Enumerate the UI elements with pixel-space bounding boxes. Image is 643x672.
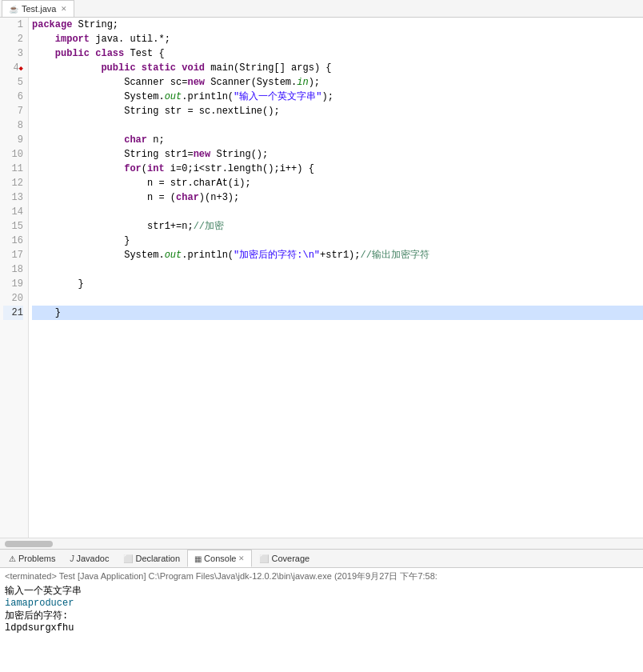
code-line-9: char n;: [32, 133, 643, 147]
line-num-18: 18: [3, 262, 23, 277]
code-line-12: n = str.charAt(i);: [32, 176, 643, 190]
code-line-6: System.out.println("输入一个英文字串");: [32, 90, 643, 104]
console-line-2: iamaproducer: [5, 598, 638, 609]
line-num-8: 8: [3, 118, 23, 133]
code-line-3: public class Test {: [32, 46, 643, 61]
line-num-11: 11: [3, 162, 23, 176]
line-num-7: 7: [3, 104, 23, 118]
code-line-10: String str1=new String();: [32, 147, 643, 162]
code-line-2: import java. util.*;: [32, 32, 643, 46]
tab-close-button[interactable]: ✕: [61, 5, 67, 13]
console-line-1: 输入一个英文字串: [5, 584, 638, 598]
coverage-icon: ⬜: [259, 554, 269, 563]
code-line-15: str1+=n;//加密: [32, 219, 643, 234]
code-line-21: }: [32, 306, 643, 320]
line-num-9: 9: [3, 133, 23, 147]
line-num-13: 13: [3, 190, 23, 205]
code-line-19: }: [32, 277, 643, 291]
console-line-4: ldpdsurgxfhu: [5, 622, 638, 634]
code-line-7: String str = sc.nextLine();: [32, 104, 643, 118]
console-output-area: <terminated> Test [Java Application] C:\…: [0, 568, 643, 672]
line-num-6: 6: [3, 90, 23, 104]
line-numbers-gutter: 1 2 3 4◆ 5 6 7 8 9 10 11 12 13 14 15 16 …: [0, 18, 29, 538]
line-num-20: 20: [3, 291, 23, 306]
problems-label: Problems: [18, 554, 55, 563]
bottom-tab-console[interactable]: ▦ Console ✕: [187, 550, 252, 567]
bottom-tab-coverage[interactable]: ⬜ Coverage: [252, 550, 317, 567]
coverage-label: Coverage: [271, 554, 310, 563]
scrollbar-thumb[interactable]: [5, 541, 53, 547]
code-line-18: [32, 262, 643, 277]
line-num-19: 19: [3, 277, 23, 291]
line-num-4: 4◆: [3, 61, 23, 75]
editor-area: 1 2 3 4◆ 5 6 7 8 9 10 11 12 13 14 15 16 …: [0, 18, 643, 538]
problems-icon: ⚠: [9, 554, 16, 563]
line-num-2: 2: [3, 32, 23, 46]
console-header: <terminated> Test [Java Application] C:\…: [5, 570, 638, 584]
line-num-15: 15: [3, 219, 23, 234]
code-line-13: n = (char)(n+3);: [32, 190, 643, 205]
line-num-3: 3: [3, 46, 23, 61]
bottom-tab-javadoc[interactable]: J Javadoc: [62, 550, 116, 567]
line-num-16: 16: [3, 234, 23, 248]
code-line-11: for(int i=0;i<str.length();i++) {: [32, 162, 643, 176]
code-editor[interactable]: package String; import java. util.*; pub…: [29, 18, 643, 538]
code-line-16: }: [32, 234, 643, 248]
line-num-21: 21: [3, 306, 23, 320]
line-num-1: 1: [3, 18, 23, 32]
line-num-10: 10: [3, 147, 23, 162]
line-num-14: 14: [3, 205, 23, 219]
line-num-12: 12: [3, 176, 23, 190]
horizontal-scrollbar[interactable]: [0, 538, 643, 549]
code-line-4: public static void main(String[] args) {: [32, 61, 643, 75]
console-close-button[interactable]: ✕: [238, 554, 245, 562]
tab-label: Test.java: [22, 4, 56, 14]
javadoc-label: Javadoc: [76, 554, 109, 563]
console-icon: ▦: [194, 554, 202, 563]
console-label: Console: [204, 554, 236, 563]
bottom-tab-declaration[interactable]: ⬜ Declaration: [116, 550, 187, 567]
declaration-icon: ⬜: [123, 554, 133, 563]
bottom-tab-problems[interactable]: ⚠ Problems: [2, 550, 62, 567]
line-num-17: 17: [3, 248, 23, 262]
code-line-1: package String;: [32, 18, 643, 32]
javadoc-icon: J: [70, 554, 74, 563]
declaration-label: Declaration: [135, 554, 180, 563]
code-line-17: System.out.println("加密后的字符:\n"+str1);//输…: [32, 248, 643, 262]
console-line-3: 加密后的字符:: [5, 609, 638, 622]
file-tab-testjava[interactable]: ☕ Test.java ✕: [2, 0, 74, 17]
code-line-8: [32, 118, 643, 133]
code-line-20: [32, 291, 643, 306]
bottom-tab-bar: ⚠ Problems J Javadoc ⬜ Declaration ▦ Con…: [0, 549, 643, 568]
code-line-5: Scanner sc=new Scanner(System.in);: [32, 75, 643, 90]
editor-tab-bar: ☕ Test.java ✕: [0, 0, 643, 18]
line-num-5: 5: [3, 75, 23, 90]
java-file-icon: ☕: [9, 5, 18, 14]
code-line-14: [32, 205, 643, 219]
